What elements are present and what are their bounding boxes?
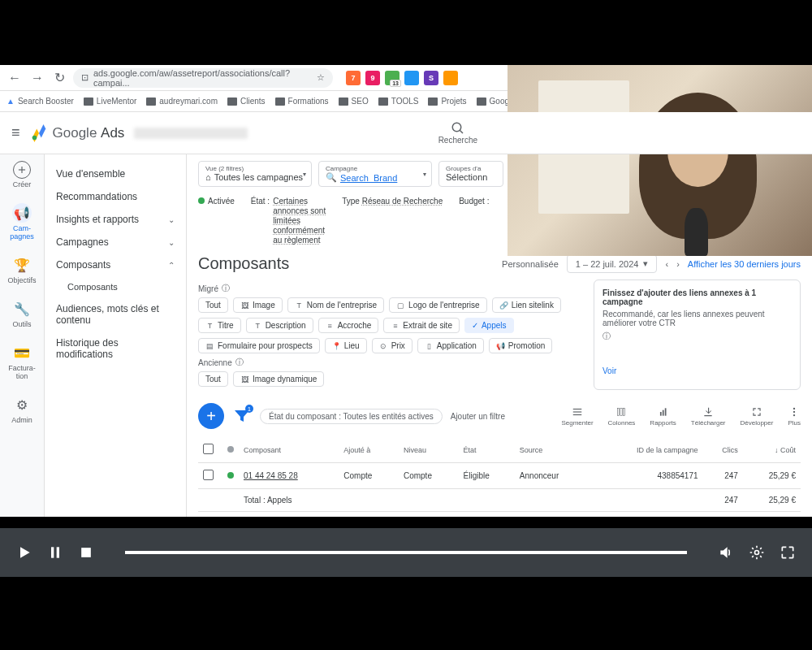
star-icon[interactable]: ☆ (317, 72, 325, 83)
filter-button[interactable]: 1 (232, 406, 252, 426)
info-icon[interactable]: ⓘ (222, 283, 230, 294)
info-icon[interactable]: ⓘ (603, 331, 792, 342)
megaphone-icon: 📢 (12, 203, 32, 223)
chip-accroche[interactable]: ≡Accroche (318, 318, 379, 333)
bookmark-formations[interactable]: Formations (275, 97, 329, 106)
voir-link[interactable]: Voir (603, 366, 616, 375)
search-button[interactable]: Recherche (438, 121, 477, 145)
last-30-days-link[interactable]: Afficher les 30 derniers jours (688, 259, 801, 269)
reports-button[interactable]: Rapports (650, 406, 676, 427)
ext-icon-4[interactable] (404, 71, 419, 85)
date-range-picker[interactable]: 1 – 22 juil. 2024▾ (567, 254, 658, 273)
add-button[interactable]: + (198, 403, 224, 429)
chip-prix[interactable]: ⊙Prix (372, 338, 412, 353)
select-all-checkbox[interactable] (203, 444, 214, 454)
bookmark-search-booster[interactable]: ▲Search Booster (6, 97, 74, 106)
more-button[interactable]: Plus (788, 406, 801, 427)
columns-button[interactable]: Colonnes (608, 406, 636, 427)
add-filter-button[interactable]: Ajouter un filtre (451, 412, 505, 421)
bookmark-seo[interactable]: SEO (339, 97, 369, 106)
sidebar-item-composants-sub[interactable]: Composants (45, 276, 186, 297)
chip-extrait-de-site[interactable]: ≡Extrait de site (383, 318, 460, 333)
url-bar[interactable]: ⊡ ads.google.com/aw/assetreport/associat… (73, 68, 333, 88)
fullscreen-button[interactable] (780, 544, 796, 561)
volume-button[interactable] (718, 544, 734, 561)
search-icon (451, 121, 465, 136)
chevron-down-icon: ⌄ (168, 238, 175, 247)
svg-rect-18 (57, 547, 59, 557)
stop-button[interactable] (78, 544, 94, 561)
chip-lien-sitelink[interactable]: 🔗Lien sitelink (492, 297, 561, 313)
play-button[interactable] (16, 544, 32, 561)
rail-facturation[interactable]: 💳 Factura- tion (8, 343, 36, 380)
ext-icon-3[interactable]: 13 (385, 71, 400, 85)
svg-rect-9 (620, 408, 622, 415)
table-row[interactable]: 01 44 24 85 28 Compte Compte Éligible An… (198, 463, 801, 489)
chip-icon: ▤ (205, 341, 214, 350)
prev-period-button[interactable]: ‹ (665, 259, 668, 269)
chip-lieu[interactable]: 📍Lieu (325, 338, 367, 353)
chip-icon: ≡ (326, 321, 335, 330)
recommendation-card: Finissez d'ajouter des liens annexes à 1… (594, 280, 801, 390)
chip-logo-de-l-entreprise[interactable]: ▢Logo de l'entreprise (389, 297, 487, 313)
bookmark-audreymari[interactable]: audreymari.com (146, 97, 218, 106)
bookmark-tools[interactable]: TOOLS (378, 97, 419, 106)
rail-outils[interactable]: 🔧 Outils (12, 299, 32, 328)
rail-campaigns[interactable]: 📢 Cam- pagnes (10, 203, 34, 240)
ext-icon-5[interactable]: S (424, 71, 438, 85)
sidebar-item-audiences[interactable]: Audiences, mots clés et contenu (45, 297, 186, 332)
rail-create[interactable]: Créer (13, 161, 32, 188)
chip-promotion[interactable]: 📢Promotion (489, 338, 553, 353)
chip-titre[interactable]: TTitre (198, 318, 241, 333)
info-icon[interactable]: ⓘ (235, 357, 244, 368)
chip-icon: ≡ (391, 321, 400, 330)
sidebar-item-overview[interactable]: Vue d'ensemble (45, 162, 186, 185)
phone-asset-link[interactable]: 01 44 24 85 28 (244, 471, 298, 480)
sidebar-item-composants[interactable]: Composants⌃ (45, 254, 186, 276)
row-checkbox[interactable] (203, 470, 214, 480)
settings-button[interactable] (749, 544, 765, 561)
bookmark-projets[interactable]: Projets (428, 97, 466, 106)
chip-application[interactable]: ▯Application (417, 338, 484, 353)
bookmark-livementor[interactable]: LiveMentor (84, 97, 136, 106)
segment-button[interactable]: Segmenter (561, 406, 593, 427)
table-toolbar: + 1 État du composant : Toutes les entit… (198, 398, 801, 434)
pause-button[interactable] (47, 544, 63, 561)
progress-bar[interactable] (125, 551, 687, 554)
chip-tout[interactable]: Tout (198, 297, 228, 313)
sidebar-item-historique[interactable]: Historique des modifications (45, 332, 186, 366)
sidebar: Vue d'ensemble Recommandations Insights … (45, 154, 187, 517)
sidebar-item-recommendations[interactable]: Recommandations (45, 185, 186, 208)
rail-admin[interactable]: ⚙ Admin (11, 395, 32, 424)
bookmark-clients[interactable]: Clients (227, 97, 266, 106)
back-button[interactable]: ← (6, 70, 23, 86)
next-period-button[interactable]: › (676, 259, 680, 269)
svg-point-16 (793, 414, 795, 415)
svg-line-4 (460, 130, 463, 133)
chip-appels[interactable]: Appels (464, 318, 514, 333)
sidebar-item-insights[interactable]: Insights et rapports⌄ (45, 208, 186, 231)
chip-image[interactable]: 🖼Image (233, 297, 283, 313)
chip-image-dynamique[interactable]: 🖼Image dynamique (233, 371, 325, 387)
forward-button[interactable]: → (29, 70, 45, 86)
expand-button[interactable]: Développer (741, 406, 774, 427)
chip-nom-de-l-entreprise[interactable]: TNom de l'entreprise (287, 297, 384, 313)
download-button[interactable]: Télécharger (691, 406, 726, 427)
rail-objectifs[interactable]: 🏆 Objectifs (7, 255, 36, 284)
reload-button[interactable]: ↻ (52, 71, 67, 85)
chip-icon: 🖼 (240, 375, 249, 384)
ext-icon-1[interactable]: 7 (346, 71, 361, 85)
filter-groupes[interactable]: Groupes d'a Sélectionn (438, 161, 503, 187)
hamburger-icon[interactable]: ≡ (11, 124, 20, 141)
chip-tout[interactable]: Tout (198, 371, 228, 387)
chip-formulaire-pour-prospects[interactable]: ▤Formulaire pour prospects (198, 338, 320, 353)
chip-description[interactable]: TDescription (246, 318, 313, 333)
ext-icon-6[interactable] (443, 71, 458, 85)
url-text: ads.google.com/aw/assetreport/associatio… (93, 68, 312, 88)
filter-vue[interactable]: Vue (2 filtres) ⌂Toutes les campagnes ▾ (198, 161, 312, 187)
svg-point-15 (793, 410, 795, 412)
sidebar-item-campagnes[interactable]: Campagnes⌄ (45, 231, 186, 254)
ext-icon-2[interactable]: 9 (365, 71, 380, 85)
svg-rect-5 (573, 408, 582, 409)
filter-campagne[interactable]: Campagne 🔍Search_Brand ▾ (318, 161, 432, 187)
